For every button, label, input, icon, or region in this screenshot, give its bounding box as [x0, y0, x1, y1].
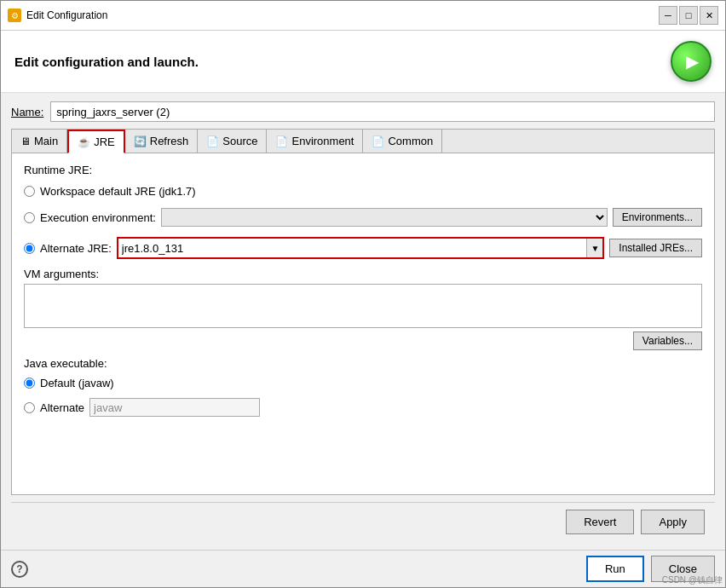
environment-tab-icon: 📄	[275, 135, 288, 147]
alternate-exec-radio[interactable]	[24, 402, 35, 413]
variables-button[interactable]: Variables...	[633, 331, 702, 350]
minimize-button[interactable]: ─	[659, 6, 677, 25]
jre-tab-icon: ☕	[78, 136, 90, 148]
java-exec-section: Java executable: Default (javaw) Alterna…	[24, 357, 702, 418]
alternate-exec-label: Alternate	[40, 401, 84, 414]
installed-jres-button[interactable]: Installed JREs...	[609, 239, 702, 257]
name-label: Name:	[11, 106, 43, 118]
default-javaw-row: Default (javaw)	[24, 375, 702, 391]
main-tab-icon: 🖥	[20, 135, 31, 147]
content-area: Name: 🖥 Main ☕ JRE 🔄 Refresh	[1, 93, 725, 550]
workspace-default-radio[interactable]	[24, 186, 35, 197]
header-area: Edit configuration and launch.	[1, 31, 725, 93]
revert-button[interactable]: Revert	[566, 510, 634, 534]
default-javaw-radio[interactable]	[24, 378, 35, 389]
java-executable-label: Java executable:	[24, 357, 702, 370]
launch-run-button[interactable]	[671, 41, 712, 82]
bottom-bar: ? Run Close	[1, 550, 725, 587]
tab-main-label: Main	[34, 135, 58, 147]
main-window: ⚙ Edit Configuration ─ □ ✕ Edit configur…	[0, 0, 726, 588]
variables-row: Variables...	[24, 331, 702, 350]
tab-common-label: Common	[388, 135, 433, 147]
tab-environment[interactable]: 📄 Environment	[267, 130, 363, 153]
alternate-jre-radio[interactable]	[24, 243, 35, 254]
tab-jre-label: JRE	[94, 135, 115, 148]
close-window-button[interactable]: ✕	[700, 6, 718, 25]
alternate-jre-input[interactable]	[118, 239, 587, 257]
tab-refresh-label: Refresh	[150, 135, 189, 147]
title-bar: ⚙ Edit Configuration ─ □ ✕	[1, 1, 725, 31]
window-controls: ─ □ ✕	[659, 6, 718, 25]
alternate-exec-input[interactable]	[89, 398, 260, 417]
alternate-jre-input-wrapper: ▼	[117, 237, 604, 259]
tabs-panel: 🖥 Main ☕ JRE 🔄 Refresh 📄 Source 📄	[11, 129, 715, 495]
vm-args-textarea[interactable]	[24, 284, 702, 328]
execution-env-radio[interactable]	[24, 212, 35, 223]
jre-tab-content: Runtime JRE: Workspace default JRE (jdk1…	[12, 153, 714, 494]
alternate-jre-row: Alternate JRE: ▼ Installed JREs...	[24, 235, 702, 261]
window-title: Edit Configuration	[26, 9, 654, 21]
header-title: Edit configuration and launch.	[14, 55, 199, 69]
vm-args-label: VM arguments:	[24, 268, 702, 280]
footer-buttons: Revert Apply	[11, 502, 715, 541]
tabs-bar: 🖥 Main ☕ JRE 🔄 Refresh 📄 Source 📄	[12, 130, 714, 153]
apply-button[interactable]: Apply	[641, 510, 705, 534]
maximize-button[interactable]: □	[679, 6, 698, 25]
tab-source[interactable]: 📄 Source	[198, 130, 267, 153]
name-input[interactable]	[50, 101, 715, 122]
alternate-jre-label: Alternate JRE:	[40, 242, 112, 255]
execution-env-row: Execution environment: Environments...	[24, 206, 702, 228]
tab-environment-label: Environment	[291, 135, 354, 147]
execution-env-label: Execution environment:	[40, 211, 156, 224]
tab-common[interactable]: 📄 Common	[363, 130, 442, 153]
workspace-default-label: Workspace default JRE (jdk1.7)	[40, 185, 196, 198]
alternate-exec-row: Alternate	[24, 396, 702, 418]
watermark: CSDN @钱自律	[662, 574, 723, 586]
common-tab-icon: 📄	[372, 135, 384, 147]
tab-refresh[interactable]: 🔄 Refresh	[125, 130, 199, 153]
refresh-tab-icon: 🔄	[134, 135, 147, 147]
app-icon: ⚙	[8, 9, 21, 22]
tab-jre[interactable]: ☕ JRE	[67, 130, 125, 153]
default-javaw-label: Default (javaw)	[40, 377, 114, 389]
runtime-jre-label: Runtime JRE:	[24, 164, 702, 176]
jre-dropdown-arrow[interactable]: ▼	[586, 239, 602, 257]
workspace-default-row: Workspace default JRE (jdk1.7)	[24, 183, 702, 199]
vm-args-section: VM arguments: Variables...	[24, 268, 702, 350]
execution-env-dropdown[interactable]	[161, 208, 608, 227]
source-tab-icon: 📄	[206, 135, 219, 147]
tab-main[interactable]: 🖥 Main	[12, 130, 67, 153]
run-button[interactable]: Run	[586, 556, 644, 582]
environments-button[interactable]: Environments...	[613, 208, 702, 227]
name-row: Name:	[11, 101, 715, 122]
tab-source-label: Source	[222, 135, 257, 147]
help-button[interactable]: ?	[11, 561, 28, 578]
